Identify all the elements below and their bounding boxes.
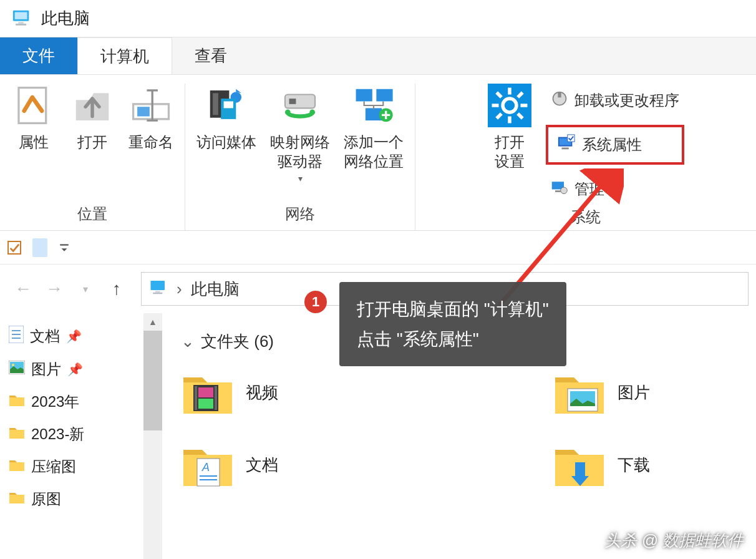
uninstall-icon bbox=[551, 90, 568, 111]
sidebar-item-label: 2023-新 bbox=[31, 424, 84, 444]
manage-icon bbox=[551, 178, 568, 200]
sidebar-item-label: 压缩图 bbox=[31, 457, 76, 477]
annotation-step-badge: 1 bbox=[304, 291, 327, 313]
svg-rect-1 bbox=[15, 12, 27, 19]
navigation-pane: 文档 📌 图片 📌 2023年 2023-新 压缩图 原图 bbox=[0, 313, 143, 559]
titlebar: 此电脑 bbox=[0, 0, 756, 37]
properties-label: 属性 bbox=[19, 132, 49, 152]
breadcrumb-separator-icon[interactable]: › bbox=[177, 280, 182, 299]
sidebar-item-label: 图片 bbox=[31, 359, 61, 379]
folder-videos[interactable]: 视频 bbox=[181, 369, 366, 416]
add-location-icon bbox=[352, 84, 395, 127]
ribbon-group-system: 打开 设置 卸载或更改程序 系统属性 管理 系统 bbox=[415, 84, 756, 230]
svg-point-14 bbox=[285, 110, 291, 115]
access-media-label: 访问媒体 bbox=[196, 132, 256, 152]
annotation-line1: 打开电脑桌面的 "计算机" bbox=[357, 294, 549, 324]
rename-label: 重命名 bbox=[128, 132, 173, 152]
uninstall-programs-link[interactable]: 卸载或更改程序 bbox=[546, 87, 684, 114]
sidebar-item-folder[interactable]: 2023年 bbox=[6, 386, 143, 418]
svg-rect-42 bbox=[153, 292, 162, 294]
pictures-folder-icon bbox=[553, 369, 606, 416]
tab-view[interactable]: 查看 bbox=[172, 37, 250, 74]
svg-rect-31 bbox=[558, 92, 561, 98]
folder-documents[interactable]: A 文档 bbox=[181, 441, 366, 489]
svg-rect-6 bbox=[137, 107, 150, 116]
svg-rect-3 bbox=[16, 23, 26, 25]
access-media-button[interactable]: 访问媒体 bbox=[196, 84, 256, 183]
qat-dropdown-icon[interactable] bbox=[59, 242, 70, 253]
ribbon-group-network: 访问媒体 映射网络 驱动器 ▾ 添加一个 网络位置 网络 bbox=[185, 84, 415, 230]
watermark: 头杀 @ 数据蛙软件 bbox=[604, 530, 744, 552]
svg-rect-34 bbox=[562, 148, 569, 150]
nav-up-button[interactable]: ↑ bbox=[101, 273, 132, 304]
svg-point-49 bbox=[12, 364, 14, 366]
properties-button[interactable]: 属性 bbox=[11, 84, 56, 152]
tab-computer[interactable]: 计算机 bbox=[77, 37, 172, 74]
sidebar-item-label: 文档 bbox=[30, 326, 60, 346]
folder-label: 视频 bbox=[246, 382, 278, 404]
svg-rect-13 bbox=[289, 99, 296, 104]
nav-back-button[interactable]: ← bbox=[7, 273, 39, 304]
section-title: 文件夹 (6) bbox=[201, 331, 274, 352]
add-network-location-button[interactable]: 添加一个 网络位置 bbox=[344, 84, 404, 183]
system-properties-label: 系统属性 bbox=[582, 135, 642, 155]
svg-rect-52 bbox=[215, 386, 217, 410]
svg-rect-53 bbox=[198, 387, 213, 397]
svg-rect-8 bbox=[213, 93, 218, 115]
qat-properties-icon[interactable] bbox=[7, 241, 21, 255]
nav-recent-dropdown[interactable]: ▾ bbox=[70, 273, 101, 304]
rename-button[interactable]: 重命名 bbox=[128, 84, 173, 152]
sidebar-item-folder[interactable]: 压缩图 bbox=[6, 450, 143, 483]
sidebar-scrollbar[interactable]: ▲ bbox=[143, 313, 162, 559]
ribbon: 属性 打开 重命名 位置 访问媒体 映射网络 驱动器 ▾ bbox=[0, 75, 756, 231]
svg-point-38 bbox=[561, 187, 568, 194]
sidebar-item-pictures[interactable]: 图片 📌 bbox=[6, 353, 143, 386]
tab-file[interactable]: 文件 bbox=[0, 37, 77, 74]
documents-folder-icon: A bbox=[181, 441, 235, 489]
uninstall-label: 卸载或更改程序 bbox=[574, 90, 679, 110]
sidebar-item-label: 2023年 bbox=[31, 392, 79, 412]
open-settings-button[interactable]: 打开 设置 bbox=[487, 84, 532, 171]
folder-pictures[interactable]: 图片 bbox=[553, 369, 737, 416]
map-drive-button[interactable]: 映射网络 驱动器 ▾ bbox=[270, 84, 330, 183]
chevron-down-icon: ⌄ bbox=[181, 332, 195, 351]
sidebar-item-folder[interactable]: 2023-新 bbox=[6, 418, 143, 450]
svg-rect-35 bbox=[568, 135, 574, 142]
group-title-network: 网络 bbox=[285, 199, 315, 224]
group-title-system: 系统 bbox=[571, 202, 601, 227]
folder-icon bbox=[9, 425, 25, 443]
manage-link[interactable]: 管理 bbox=[546, 176, 684, 202]
folder-icon bbox=[9, 490, 25, 508]
open-button[interactable]: 打开 bbox=[70, 84, 115, 152]
system-properties-link[interactable]: 系统属性 bbox=[546, 125, 684, 165]
svg-rect-40 bbox=[151, 281, 165, 290]
annotation-line2: 点击 "系统属性" bbox=[357, 324, 549, 354]
pin-icon: 📌 bbox=[66, 329, 82, 344]
svg-rect-51 bbox=[195, 386, 197, 410]
picture-icon bbox=[9, 361, 25, 378]
svg-rect-41 bbox=[155, 291, 160, 293]
open-settings-label: 打开 设置 bbox=[495, 132, 525, 171]
scroll-thumb[interactable] bbox=[143, 331, 162, 430]
folder-icon bbox=[9, 393, 25, 411]
svg-text:A: A bbox=[201, 461, 210, 474]
sidebar-item-folder[interactable]: 原图 bbox=[6, 483, 143, 515]
svg-rect-39 bbox=[60, 244, 69, 245]
pin-icon: 📌 bbox=[67, 362, 83, 377]
qat-page-icon[interactable] bbox=[32, 238, 47, 257]
dropdown-icon: ▾ bbox=[298, 173, 303, 183]
folder-downloads[interactable]: 下载 bbox=[553, 441, 737, 489]
window-title: 此电脑 bbox=[41, 7, 90, 29]
properties-icon bbox=[12, 84, 56, 127]
rename-icon bbox=[129, 84, 173, 127]
breadcrumb-this-pc[interactable]: 此电脑 bbox=[191, 278, 240, 300]
group-title-location: 位置 bbox=[77, 199, 107, 224]
sidebar-item-label: 原图 bbox=[31, 489, 61, 509]
folder-label: 图片 bbox=[618, 382, 650, 404]
this-pc-icon bbox=[11, 7, 32, 31]
nav-forward-button[interactable]: → bbox=[39, 273, 70, 304]
folder-label: 下载 bbox=[618, 454, 650, 476]
svg-rect-4 bbox=[19, 88, 46, 124]
scroll-up-icon[interactable]: ▲ bbox=[143, 313, 162, 331]
sidebar-item-documents[interactable]: 文档 📌 bbox=[6, 319, 143, 353]
